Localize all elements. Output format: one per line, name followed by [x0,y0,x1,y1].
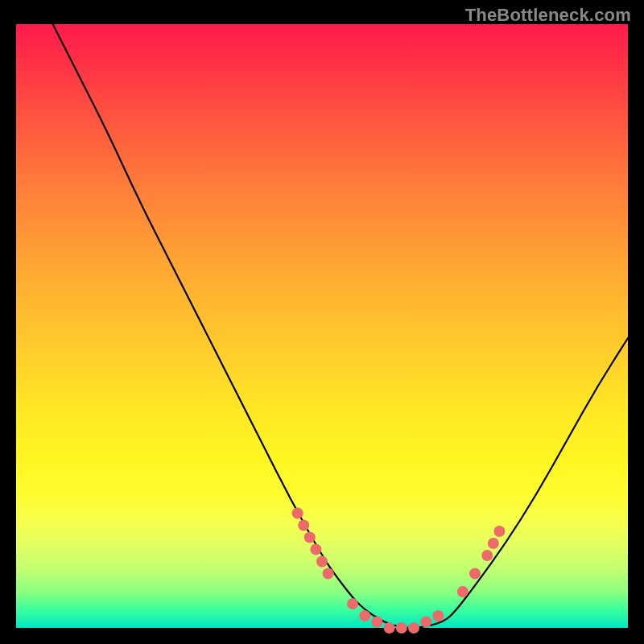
highlight-dot [298,520,309,531]
highlight-dots [292,508,506,634]
highlight-dot [316,556,328,568]
highlight-dot [347,598,358,609]
highlight-dot [304,532,316,543]
highlight-dot [457,586,469,597]
highlight-dot [323,568,334,580]
watermark-text: TheBottleneck.com [465,5,631,26]
highlight-dot [384,622,395,634]
highlight-dot [292,508,303,519]
highlight-dot [493,526,505,537]
plot-area [16,24,628,628]
highlight-dot [488,538,499,549]
highlight-dot [420,617,431,628]
highlight-dot [359,610,370,621]
highlight-dot [408,622,419,634]
highlight-dot [371,617,382,628]
bottleneck-curve [53,24,628,628]
highlight-dot [481,550,493,561]
chart-svg [16,24,628,628]
highlight-dot [469,568,481,580]
highlight-dot [396,622,407,634]
highlight-dot [432,610,444,621]
highlight-dot [310,544,321,555]
chart-frame: TheBottleneck.com [0,0,644,644]
